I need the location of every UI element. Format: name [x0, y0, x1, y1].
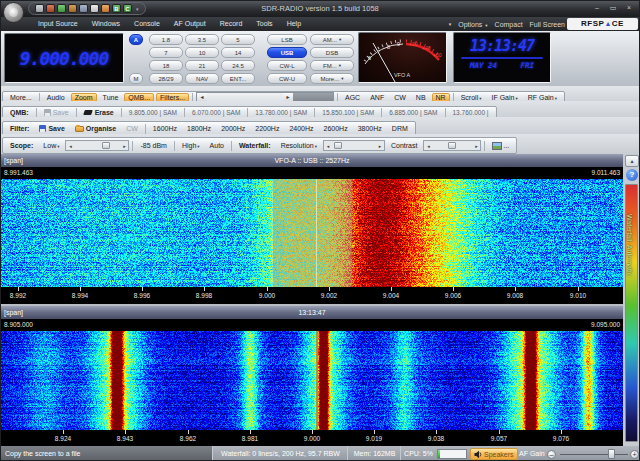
volume-down-button[interactable]: –: [547, 450, 556, 459]
app-menu-knob-icon[interactable]: [3, 2, 24, 23]
mode-more[interactable]: More...▾: [310, 73, 354, 84]
waterfall-resolution-slider-thumb[interactable]: [334, 142, 342, 149]
mode-cw-l[interactable]: CW-L: [267, 60, 307, 71]
qmb-memory-item[interactable]: 13.780.000 | SAM: [251, 108, 311, 117]
ribbon-collapse-icon[interactable]: ▾: [449, 21, 452, 27]
arrow-right-icon[interactable]: ▸: [120, 143, 128, 149]
titlebar: BC▾ SDR-RADIO version 1.5 build 1058 –▭×: [1, 1, 639, 17]
filter-width-drm[interactable]: DRM: [388, 124, 412, 133]
filter-save-button[interactable]: Save: [35, 124, 68, 133]
export-image-button[interactable]: ...: [488, 141, 513, 151]
key-10[interactable]: 10: [185, 47, 219, 58]
close-button[interactable]: ×: [622, 3, 636, 13]
key-5[interactable]: 5: [221, 34, 255, 45]
scope-range-slider-thumb[interactable]: [102, 142, 110, 149]
folder-icon: [75, 126, 84, 132]
compact-button[interactable]: Compact: [495, 21, 523, 28]
mode-am[interactable]: AM...▾: [310, 34, 354, 45]
volume-up-button[interactable]: +: [630, 450, 639, 459]
arrow-right-icon[interactable]: ▸: [376, 143, 384, 149]
mode-lsb[interactable]: LSB: [267, 34, 307, 45]
s-meter-svg: 6 7 8 9 +20 +40 +60 VFO A: [359, 33, 446, 82]
filter-width-2000hz[interactable]: 2000Hz: [217, 124, 249, 133]
svg-text:+60: +60: [433, 52, 442, 58]
axis-tick-label: 8.981: [242, 435, 258, 442]
filter-cw-button[interactable]: CW: [122, 124, 142, 133]
key-28-29[interactable]: 28/29: [149, 73, 183, 84]
af-gain-slider-track[interactable]: [560, 454, 628, 455]
displays-strip: 9.000.000 AM1.83.5571014182124.528/29NAV…: [1, 31, 639, 86]
options-menu[interactable]: Options ▾: [458, 21, 487, 28]
vfo-a-button[interactable]: A: [129, 34, 143, 45]
axis-tick-label: 9.000: [259, 292, 275, 299]
menu-windows[interactable]: Windows: [85, 17, 127, 31]
key-3-5[interactable]: 3.5: [185, 34, 219, 45]
qmb-memory-item[interactable]: 6.885.000 | SAM: [385, 108, 441, 117]
memory-button[interactable]: M: [129, 73, 143, 84]
qmb-memory-item[interactable]: 6.070.000 | SAM: [188, 108, 244, 117]
menubar: Input SourceWindowsConsoleAF OutputRecor…: [1, 17, 639, 31]
arrow-left-icon[interactable]: ◂: [324, 143, 332, 149]
status-cpu: CPU: 5%: [402, 446, 435, 461]
collapse-panel-button[interactable]: ▴: [625, 155, 639, 167]
axis-tick: [312, 430, 313, 434]
clock-time: 13:13:47: [454, 37, 550, 55]
filter-width-2200hz[interactable]: 2200Hz: [251, 124, 283, 133]
axis-tick: [515, 287, 516, 291]
scope-low-dropdown[interactable]: Low▾: [39, 141, 63, 150]
arrow-left-icon[interactable]: ◂: [66, 143, 74, 149]
key-nav[interactable]: NAV: [185, 73, 219, 84]
waterfall-panel-wide: [span] 13:13:47 8.905.000 9.095.000 8.92…: [1, 306, 623, 446]
key-24-5[interactable]: 24.5: [221, 60, 255, 71]
af-gain-slider-thumb[interactable]: [608, 449, 615, 459]
waterfall-display-1[interactable]: [1, 179, 623, 287]
mode-dsb[interactable]: DSB: [310, 47, 354, 58]
waterfall-resolution-dropdown[interactable]: Resolution▾: [277, 141, 321, 150]
axis-tick: [436, 430, 437, 434]
menu-tools[interactable]: Tools: [249, 17, 279, 31]
qmb-memory-item[interactable]: 15.850.100 | SAM: [318, 108, 378, 117]
scope-range-slider[interactable]: ◂▸: [65, 140, 129, 151]
qmb-memory-item[interactable]: 9.805.000 | SAM: [125, 108, 181, 117]
full-screen-button[interactable]: Full Screen: [530, 21, 565, 28]
scope-high-dropdown[interactable]: High▾: [178, 141, 204, 150]
waterfall-contrast-slider-thumb[interactable]: [448, 142, 456, 149]
mode-usb[interactable]: USB: [267, 47, 307, 58]
menu-record[interactable]: Record: [213, 17, 250, 31]
frequency-display[interactable]: 9.000.000: [4, 33, 124, 83]
key-14[interactable]: 14: [221, 47, 255, 58]
menu-input-source[interactable]: Input Source: [31, 17, 85, 31]
key-21[interactable]: 21: [185, 60, 219, 71]
scope-auto-button[interactable]: Auto: [206, 141, 228, 150]
arrow-right-icon[interactable]: ▸: [472, 143, 480, 149]
filter-width-2400hz[interactable]: 2400Hz: [285, 124, 317, 133]
qmb-memory-item[interactable]: 13.760.000 |: [449, 108, 493, 117]
filter-organise-button[interactable]: Organise: [71, 124, 120, 133]
axis-tick: [561, 430, 562, 434]
axis-tick: [374, 430, 375, 434]
qmb-save-button[interactable]: Save: [40, 108, 73, 117]
key-7[interactable]: 7: [149, 47, 183, 58]
waterfall-resolution-slider[interactable]: ◂▸: [323, 140, 385, 151]
waterfall-display-2[interactable]: [1, 331, 623, 430]
help-icon[interactable]: ?: [626, 169, 638, 181]
speakers-button[interactable]: Speakers: [470, 448, 518, 460]
key-ent[interactable]: ENT...: [221, 73, 255, 84]
menu-help[interactable]: Help: [280, 17, 308, 31]
chevron-down-icon: ▾: [339, 63, 341, 68]
filter-width-1600hz[interactable]: 1600Hz: [149, 124, 181, 133]
menu-af-output[interactable]: AF Output: [167, 17, 213, 31]
waterfall-contrast-slider[interactable]: ◂▸: [423, 140, 481, 151]
filter-width-1800hz[interactable]: 1800Hz: [183, 124, 215, 133]
key-18[interactable]: 18: [149, 60, 183, 71]
restore-button[interactable]: ▭: [606, 3, 620, 13]
qmb-erase-button[interactable]: Erase: [80, 108, 118, 117]
mode-cw-u[interactable]: CW-U: [267, 73, 307, 84]
minimize-button[interactable]: –: [590, 3, 604, 13]
mode-fm[interactable]: FM...▾: [310, 60, 354, 71]
key-1-8[interactable]: 1.8: [149, 34, 183, 45]
filter-width-2600hz[interactable]: 2600Hz: [320, 124, 352, 133]
menu-console[interactable]: Console: [127, 17, 167, 31]
filter-width-3800hz[interactable]: 3800Hz: [354, 124, 386, 133]
arrow-left-icon[interactable]: ◂: [424, 143, 432, 149]
